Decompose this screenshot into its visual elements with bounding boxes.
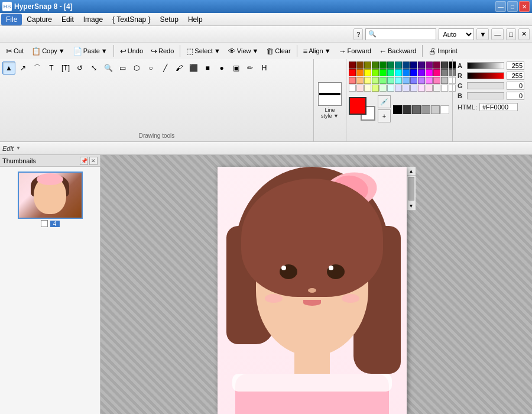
view-button[interactable]: 👁 View ▼ [225, 44, 262, 57]
line-style-label[interactable]: Linestyle ▼ [321, 107, 339, 119]
tool-highlight[interactable]: H [258, 62, 271, 75]
edit-expand-arrow[interactable]: ▼ [16, 145, 21, 151]
color-cell-35[interactable] [403, 77, 410, 84]
titlebar-controls[interactable]: — □ ✕ [495, 1, 530, 12]
color-cell-38[interactable] [426, 77, 433, 84]
color-cell-20[interactable] [395, 69, 402, 76]
scroll-down-arrow[interactable]: ▼ [407, 202, 416, 211]
color-cell-15[interactable] [356, 69, 364, 76]
tool-text[interactable]: T [45, 62, 58, 75]
color-cell-4[interactable] [379, 62, 387, 69]
color-cell-25[interactable] [433, 69, 440, 76]
tb-close-btn[interactable]: ✕ [518, 28, 530, 40]
color-cell-24[interactable] [426, 69, 433, 76]
menu-help[interactable]: Help [183, 14, 207, 25]
color-cell-39[interactable] [433, 77, 440, 84]
color-cell-11[interactable] [433, 62, 440, 69]
color-cell-23[interactable] [418, 69, 425, 76]
color-cell-5[interactable] [387, 62, 394, 69]
menu-textsnap[interactable]: { TextSnap } [108, 14, 155, 25]
color-cell-49[interactable] [403, 85, 410, 92]
color-cell-44[interactable] [364, 85, 371, 92]
align-button[interactable]: ≡ Align ▼ [300, 44, 335, 57]
menu-setup[interactable]: Setup [155, 14, 183, 25]
tool-erase-big[interactable]: ⬛ [187, 62, 200, 75]
scroll-up-arrow[interactable]: ▲ [407, 167, 416, 176]
scroll-track[interactable] [407, 176, 416, 202]
color-cell-42[interactable] [349, 85, 356, 92]
backward-button[interactable]: ← Backward [375, 44, 420, 57]
zoom-select[interactable]: Auto 100% 200% 50% [439, 28, 474, 40]
tool-line[interactable]: ╱ [158, 62, 171, 75]
thumbnail-checkbox[interactable] [41, 220, 48, 227]
color-cell-21[interactable] [403, 69, 410, 76]
custom-color-5[interactable] [431, 105, 440, 114]
channel-b-input[interactable] [507, 92, 524, 100]
color-cell-14[interactable] [349, 69, 356, 76]
forward-button[interactable]: → Forward [335, 44, 375, 57]
plus-button[interactable]: + [378, 109, 391, 122]
color-cell-52[interactable] [426, 85, 433, 92]
color-cell-17[interactable] [372, 69, 379, 76]
vertical-scrollbar[interactable]: ▲ ▼ [407, 167, 416, 211]
channel-r-input[interactable] [507, 72, 524, 80]
html-color-input[interactable] [479, 103, 518, 111]
undo-button[interactable]: ↩ Undo [116, 44, 147, 57]
color-cell-30[interactable] [364, 77, 371, 84]
color-cell-45[interactable] [372, 85, 379, 92]
tool-lasso[interactable]: ⌒ [31, 62, 44, 75]
color-cell-47[interactable] [387, 85, 394, 92]
thumbnail-image-wrapper[interactable] [18, 172, 83, 219]
color-cell-28[interactable] [349, 77, 356, 84]
color-cell-7[interactable] [403, 62, 410, 69]
color-cell-43[interactable] [356, 85, 364, 92]
menu-capture[interactable]: Capture [22, 14, 57, 25]
minimize-button[interactable]: — [495, 1, 506, 12]
search-box[interactable]: 🔍 [365, 28, 436, 40]
color-cell-48[interactable] [395, 85, 402, 92]
copy-dropdown-arrow[interactable]: ▼ [59, 47, 65, 54]
color-cell-9[interactable] [418, 62, 425, 69]
color-cell-2[interactable] [364, 62, 371, 69]
clear-button[interactable]: 🗑 Clear [262, 44, 294, 57]
color-cell-22[interactable] [410, 69, 417, 76]
tool-fill-circle[interactable]: ● [215, 62, 228, 75]
color-cell-29[interactable] [356, 77, 364, 84]
color-cell-36[interactable] [410, 77, 417, 84]
color-cell-33[interactable] [387, 77, 394, 84]
zoom-dropdown-btn[interactable]: ▼ [476, 28, 489, 40]
view-dropdown-arrow[interactable]: ▼ [252, 47, 258, 54]
scroll-thumb[interactable] [408, 177, 414, 200]
tb-maximize-btn[interactable]: □ [506, 28, 516, 40]
color-cell-12[interactable] [441, 62, 448, 69]
color-cell-31[interactable] [372, 77, 379, 84]
color-cell-37[interactable] [418, 77, 425, 84]
select-button[interactable]: ⬚ Select ▼ [183, 44, 223, 57]
menu-image[interactable]: Image [79, 14, 108, 25]
paste-button[interactable]: 📄 Paste ▼ [69, 44, 111, 57]
tool-resize[interactable]: ⤡ [87, 62, 100, 75]
color-cell-10[interactable] [426, 62, 433, 69]
tool-rectangle[interactable]: ▭ [116, 62, 129, 75]
custom-color-6[interactable] [440, 105, 449, 114]
paste-dropdown-arrow[interactable]: ▼ [101, 47, 108, 54]
channel-a-input[interactable] [507, 62, 524, 70]
color-cell-6[interactable] [395, 62, 402, 69]
cut-button[interactable]: ✂ Cut [2, 44, 27, 57]
color-cell-46[interactable] [379, 85, 387, 92]
tool-arrow[interactable]: ↗ [17, 62, 30, 75]
menu-edit[interactable]: Edit [57, 14, 79, 25]
color-cell-0[interactable] [349, 62, 356, 69]
color-cell-8[interactable] [410, 62, 417, 69]
tool-polygon[interactable]: ⬡ [130, 62, 143, 75]
eyedropper-button[interactable]: 💉 [378, 95, 391, 108]
tool-eraser[interactable]: ▣ [229, 62, 242, 75]
line-style-preview[interactable] [318, 82, 342, 106]
redo-button[interactable]: ↪ Redo [147, 44, 177, 57]
tool-pencil[interactable]: ✏ [244, 62, 257, 75]
color-cell-40[interactable] [441, 77, 448, 84]
tool-brush[interactable]: 🖌 [173, 62, 186, 75]
tool-pointer[interactable]: ▲ [2, 62, 15, 75]
maximize-button[interactable]: □ [507, 1, 518, 12]
color-cell-50[interactable] [410, 85, 417, 92]
